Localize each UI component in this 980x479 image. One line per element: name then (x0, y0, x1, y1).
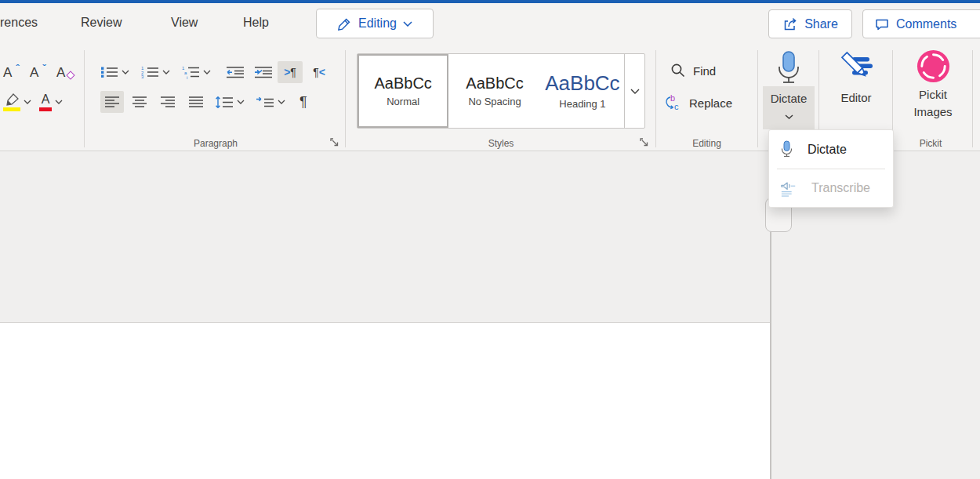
font-color-button[interactable]: A (38, 91, 64, 113)
tab-references[interactable]: rences (0, 16, 38, 30)
decrease-indent-button[interactable] (224, 61, 246, 83)
chevron-down-icon (162, 70, 170, 74)
text-highlight-button[interactable] (2, 91, 33, 113)
paragraph-dialog-launcher[interactable] (327, 135, 341, 149)
comments-label: Comments (896, 17, 956, 31)
ltr-text-direction-button[interactable]: >¶ (278, 61, 303, 83)
replace-button[interactable]: b c Replace (664, 94, 732, 111)
pickit-group-label: Pickit (894, 138, 967, 149)
tab-view[interactable]: View (171, 16, 198, 30)
bullets-button[interactable] (99, 61, 131, 83)
chevron-down-icon (785, 114, 793, 119)
chevron-down-icon (55, 100, 63, 104)
replace-label: Replace (689, 96, 732, 110)
pickit-label-line1: Pickit (919, 88, 947, 102)
rtl-text-direction-button[interactable]: ¶< (307, 61, 331, 83)
justify-button[interactable] (187, 91, 205, 113)
style-sample: AaBbCc (374, 75, 431, 91)
style-name: Normal (387, 96, 419, 107)
clear-formatting-button[interactable]: A (55, 61, 76, 83)
pilcrow-icon: ¶ (299, 95, 307, 109)
menu-item-transcribe[interactable]: Transcribe (769, 169, 893, 207)
align-center-icon (132, 96, 147, 108)
editor-label: Editor (840, 91, 871, 105)
dialog-launcher-icon (639, 137, 649, 147)
pickit-images-button[interactable]: Pickit Images (894, 49, 972, 119)
styles-gallery-expand-button[interactable] (624, 54, 644, 128)
share-button[interactable]: Share (768, 9, 852, 38)
chevron-down-icon (237, 100, 245, 104)
styles-dialog-launcher[interactable] (637, 135, 651, 149)
indent-arrow-icon (256, 96, 274, 108)
chevron-down-icon (630, 89, 640, 94)
justify-icon (188, 96, 204, 108)
dictate-split-button[interactable]: Dictate (763, 49, 815, 129)
numbering-button[interactable]: 1 2 3 (140, 61, 172, 83)
document-page[interactable] (0, 322, 770, 479)
group-separator (972, 50, 973, 147)
menu-item-dictate[interactable]: Dictate (769, 130, 893, 169)
style-name: Heading 1 (559, 99, 605, 109)
style-normal[interactable]: AaBbCc Normal (358, 54, 448, 128)
decrease-indent-icon (226, 66, 245, 78)
paragraph-indent-button[interactable] (254, 91, 287, 113)
pickit-shutter-icon (916, 49, 951, 84)
word-window: rences Review View Help Editing Share (0, 0, 980, 479)
style-sample: AaBbCc (545, 73, 619, 93)
style-heading-1[interactable]: AaBbCc Heading 1 (541, 54, 624, 128)
grow-font-button[interactable]: Aˆ (2, 61, 21, 83)
dictate-label: Dictate (771, 92, 808, 106)
style-name: No Spacing (468, 96, 521, 107)
style-no-spacing[interactable]: AaBbCc No Spacing (448, 54, 540, 128)
transcribe-icon (780, 180, 797, 197)
comment-icon (874, 16, 890, 32)
microphone-icon (775, 50, 802, 86)
styles-group-label: Styles (357, 138, 645, 149)
microphone-icon (780, 140, 793, 158)
paragraph-group-label: Paragraph (98, 138, 333, 149)
show-formatting-marks-button[interactable]: ¶ (298, 91, 309, 113)
align-right-icon (160, 96, 176, 108)
grow-font-icon: A (3, 66, 12, 79)
share-label: Share (804, 17, 838, 31)
dialog-launcher-icon (329, 137, 339, 147)
align-center-button[interactable] (130, 91, 149, 113)
group-separator (757, 50, 758, 147)
pencil-icon (337, 16, 352, 31)
dictate-dropdown-menu: Dictate Transcribe (768, 129, 894, 208)
eraser-icon (67, 71, 75, 79)
styles-gallery: AaBbCc Normal AaBbCc No Spacing AaBbCc H… (357, 53, 645, 129)
svg-text:3: 3 (141, 74, 144, 78)
font-color-icon: A (39, 93, 52, 111)
comments-button[interactable]: Comments (862, 9, 980, 38)
shrink-font-button[interactable]: Aˇ (28, 61, 48, 83)
magnifier-icon (670, 63, 686, 78)
group-separator (84, 50, 85, 147)
editor-button[interactable]: Editor (820, 49, 892, 105)
pickit-label-line2: Images (913, 105, 952, 119)
editor-pencil-icon (838, 49, 874, 86)
editing-mode-button[interactable]: Editing (316, 9, 434, 38)
align-left-icon (104, 96, 120, 108)
menu-item-label: Dictate (808, 143, 847, 157)
bullet-list-icon (100, 66, 118, 78)
line-spacing-button[interactable] (213, 91, 246, 113)
chevron-down-icon (122, 70, 129, 74)
align-right-button[interactable] (158, 91, 177, 113)
tab-help[interactable]: Help (243, 16, 269, 30)
menu-item-label: Transcribe (811, 181, 870, 195)
editing-mode-label: Editing (358, 16, 397, 31)
rtl-paragraph-icon: ¶< (313, 67, 325, 78)
dictate-dropdown-half[interactable]: Dictate (763, 86, 815, 129)
group-separator (655, 50, 656, 147)
align-left-button[interactable] (100, 91, 124, 113)
increase-indent-icon (254, 66, 273, 78)
shrink-font-icon: A (30, 66, 38, 79)
find-button[interactable]: Find (670, 63, 716, 78)
multilevel-list-button[interactable]: 1 a i (180, 61, 212, 83)
svg-text:c: c (674, 102, 679, 111)
increase-indent-button[interactable] (252, 61, 274, 83)
find-label: Find (693, 64, 716, 78)
tab-review[interactable]: Review (81, 16, 122, 30)
group-separator (345, 50, 346, 147)
